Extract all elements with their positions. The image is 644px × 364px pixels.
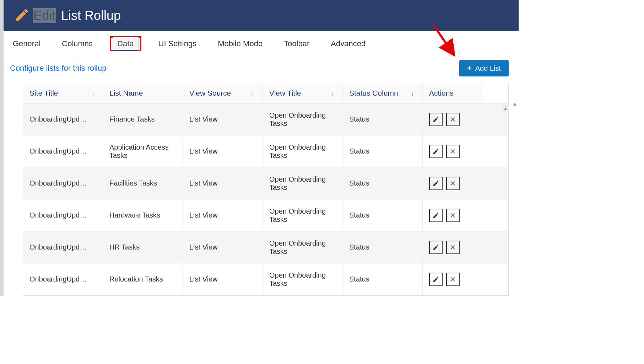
table-row: OnboardingUpd… Relocation Tasks List Vie… <box>23 263 508 295</box>
outer-scroll-up-arrow[interactable]: ▲ <box>512 101 517 107</box>
col-header-site-title[interactable]: Site Title <box>23 83 103 103</box>
cell-site-title: OnboardingUpd… <box>29 115 96 123</box>
col-label: View Source <box>189 89 231 97</box>
cell-status-column: Status <box>349 275 416 283</box>
tab-general[interactable]: General <box>9 37 45 50</box>
column-menu-icon[interactable] <box>330 89 336 97</box>
table-row: OnboardingUpd… Facilities Tasks List Vie… <box>23 167 508 199</box>
cell-list-name: Relocation Tasks <box>109 275 176 283</box>
delete-row-button[interactable] <box>446 145 460 158</box>
cell-status-column: Status <box>349 115 416 123</box>
col-header-view-title[interactable]: View Title <box>263 83 343 103</box>
tab-data[interactable]: Data <box>113 37 138 51</box>
cell-view-source: List View <box>189 275 256 283</box>
edit-row-button[interactable] <box>429 273 443 286</box>
pencil-icon <box>14 7 30 24</box>
column-menu-icon[interactable] <box>410 89 416 97</box>
delete-row-button[interactable] <box>446 273 460 286</box>
cell-view-title: Open Onboarding Tasks <box>269 271 336 288</box>
cell-site-title: OnboardingUpd… <box>29 211 96 219</box>
delete-row-button[interactable] <box>446 113 460 126</box>
page-header: Edit List Rollup <box>0 0 519 31</box>
cell-site-title: OnboardingUpd… <box>29 275 96 283</box>
rollup-grid: Site Title List Name View Source View Ti… <box>23 83 509 296</box>
cell-view-title: Open Onboarding Tasks <box>269 175 336 192</box>
cell-list-name: Application Access Tasks <box>109 143 176 160</box>
tab-bar: General Columns Data UI Settings Mobile … <box>0 31 519 55</box>
section-header: Configure lists for this rollup + Add Li… <box>0 55 519 81</box>
col-label: List Name <box>109 89 143 97</box>
tab-columns[interactable]: Columns <box>58 37 97 50</box>
col-header-actions: Actions <box>423 83 483 103</box>
cell-view-source: List View <box>189 147 256 155</box>
cell-view-source: List View <box>189 115 256 123</box>
col-header-status-column[interactable]: Status Column <box>343 83 423 103</box>
cell-list-name: HR Tasks <box>109 243 176 251</box>
add-list-label: Add List <box>475 64 501 73</box>
cell-list-name: Finance Tasks <box>109 115 176 123</box>
cell-view-title: Open Onboarding Tasks <box>269 239 336 256</box>
cell-view-title: Open Onboarding Tasks <box>269 111 336 128</box>
grid-body: ▲ OnboardingUpd… Finance Tasks List View… <box>23 103 508 295</box>
delete-row-button[interactable] <box>446 241 460 254</box>
cell-status-column: Status <box>349 147 416 155</box>
edit-row-button[interactable] <box>429 241 443 254</box>
table-row: OnboardingUpd… HR Tasks List View Open O… <box>23 231 508 263</box>
edit-row-button[interactable] <box>429 145 443 158</box>
cell-view-title: Open Onboarding Tasks <box>269 143 336 160</box>
column-menu-icon[interactable] <box>170 89 176 97</box>
plus-icon: + <box>467 64 472 73</box>
delete-row-button[interactable] <box>446 209 460 222</box>
grid-header-row: Site Title List Name View Source View Ti… <box>23 83 508 103</box>
cell-view-title: Open Onboarding Tasks <box>269 207 336 224</box>
cell-status-column: Status <box>349 243 416 251</box>
header-title: List Rollup <box>61 8 121 23</box>
cell-status-column: Status <box>349 179 416 187</box>
tab-toolbar[interactable]: Toolbar <box>280 37 314 50</box>
tab-mobile-mode[interactable]: Mobile Mode <box>213 37 267 50</box>
section-title: Configure lists for this rollup <box>10 64 106 73</box>
col-label: Actions <box>429 89 454 97</box>
col-header-view-source[interactable]: View Source <box>183 83 263 103</box>
col-label: View Title <box>269 89 301 97</box>
tab-data-highlight: Data <box>110 36 141 51</box>
cell-list-name: Hardware Tasks <box>109 211 176 219</box>
cell-view-source: List View <box>189 211 256 219</box>
cell-view-source: List View <box>189 243 256 251</box>
table-row: OnboardingUpd… Finance Tasks List View O… <box>23 103 508 135</box>
column-menu-icon[interactable] <box>90 89 96 97</box>
left-scrollbar-gutter[interactable] <box>0 0 4 296</box>
cell-site-title: OnboardingUpd… <box>29 243 96 251</box>
cell-list-name: Facilities Tasks <box>109 179 176 187</box>
add-list-button[interactable]: + Add List <box>459 60 509 76</box>
column-menu-icon[interactable] <box>250 89 256 97</box>
tab-ui-settings[interactable]: UI Settings <box>154 37 201 50</box>
grid-scroll-up-arrow[interactable]: ▲ <box>502 105 509 112</box>
cell-view-source: List View <box>189 179 256 187</box>
table-row: OnboardingUpd… Hardware Tasks List View … <box>23 199 508 231</box>
edit-row-button[interactable] <box>429 177 443 190</box>
cell-site-title: OnboardingUpd… <box>29 179 96 187</box>
cell-site-title: OnboardingUpd… <box>29 147 96 155</box>
col-label: Site Title <box>29 89 58 97</box>
tab-advanced[interactable]: Advanced <box>326 37 370 50</box>
col-header-list-name[interactable]: List Name <box>103 83 183 103</box>
delete-row-button[interactable] <box>446 177 460 190</box>
edit-row-button[interactable] <box>429 113 443 126</box>
col-label: Status Column <box>349 89 398 97</box>
edit-row-button[interactable] <box>429 209 443 222</box>
cell-status-column: Status <box>349 211 416 219</box>
header-prefix: Edit <box>33 8 56 23</box>
table-row: OnboardingUpd… Application Access Tasks … <box>23 135 508 167</box>
